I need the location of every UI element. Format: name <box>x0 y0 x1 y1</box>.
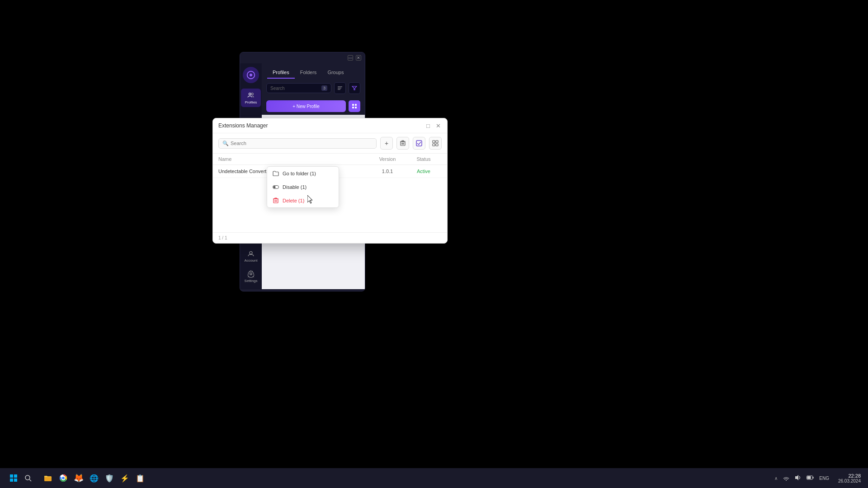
grid-icon <box>432 140 439 146</box>
tray-network-icon <box>781 474 791 483</box>
pagination-text: 1 / 1 <box>218 235 227 240</box>
svg-rect-33 <box>14 474 17 478</box>
col-status-header: Status <box>406 156 442 162</box>
svg-point-40 <box>62 477 65 479</box>
taskbar-explorer-icon[interactable] <box>42 472 54 484</box>
sort-button[interactable] <box>334 82 346 94</box>
svg-rect-22 <box>433 144 435 146</box>
ext-row-status: Active <box>406 169 442 174</box>
toggle-icon <box>273 184 279 190</box>
desktop-background <box>0 0 868 488</box>
tray-battery-icon <box>805 474 816 482</box>
tab-groups[interactable]: Groups <box>322 67 349 79</box>
svg-rect-19 <box>416 141 422 146</box>
svg-point-3 <box>250 252 252 254</box>
tray-expand-button[interactable]: ∧ <box>773 475 779 482</box>
close-button[interactable]: ✕ <box>356 55 361 61</box>
sidebar-settings-label: Settings <box>245 279 258 283</box>
ext-delete-button[interactable] <box>396 137 409 150</box>
taskbar-security-icon[interactable]: 🛡️ <box>103 472 116 484</box>
svg-rect-21 <box>436 141 438 143</box>
ext-win-controls: □ ✕ <box>425 122 442 129</box>
ext-table-header: Name Version Status <box>213 154 447 165</box>
app-logo <box>243 67 259 83</box>
tab-profiles[interactable]: Profiles <box>267 67 295 79</box>
svg-rect-35 <box>14 479 17 482</box>
svg-rect-45 <box>807 476 811 479</box>
ext-row-version: 1.0.1 <box>369 169 406 174</box>
taskbar-app3-icon[interactable]: 📋 <box>134 472 146 484</box>
sidebar-profiles-label: Profiles <box>245 100 257 104</box>
bg-title-bar: — ✕ <box>240 52 365 63</box>
bg-tabs-bar: Profiles Folders Groups <box>262 63 365 79</box>
clock-time: 22:28 <box>848 473 861 479</box>
ext-close-button[interactable]: ✕ <box>434 122 442 129</box>
ext-grid-button[interactable] <box>429 137 442 150</box>
svg-point-41 <box>786 480 787 481</box>
search-taskbar-button[interactable] <box>22 472 34 484</box>
svg-rect-18 <box>402 141 404 141</box>
ext-title-bar: Extensions Manager □ ✕ <box>213 118 447 133</box>
search-count: 3 <box>321 85 327 91</box>
taskbar-chrome-icon[interactable] <box>57 472 70 484</box>
taskbar-firefox-icon[interactable]: 🦊 <box>72 472 85 484</box>
folder-icon <box>273 170 279 177</box>
delete-icon <box>400 140 406 146</box>
ext-search-input[interactable] <box>231 141 373 146</box>
col-name-header: Name <box>218 156 369 162</box>
ctx-disable-label: Disable (1) <box>283 184 307 190</box>
svg-point-36 <box>25 475 30 480</box>
bg-search-box[interactable]: Search 3 <box>266 83 331 93</box>
ctx-go-to-folder[interactable]: Go to folder (1) <box>267 167 339 180</box>
svg-rect-32 <box>10 474 13 478</box>
tray-language[interactable]: ENG <box>817 475 831 482</box>
svg-rect-34 <box>10 479 13 482</box>
sidebar-item-account[interactable]: Account <box>241 247 261 265</box>
check-icon <box>416 140 422 146</box>
ext-search-box[interactable]: 🔍 <box>218 138 377 149</box>
svg-rect-8 <box>352 104 354 106</box>
svg-rect-20 <box>433 141 435 143</box>
svg-rect-11 <box>355 107 357 108</box>
svg-rect-9 <box>355 104 357 106</box>
filter-button[interactable] <box>349 82 360 94</box>
sidebar-item-profiles[interactable]: Profiles <box>241 89 261 107</box>
start-button[interactable] <box>7 472 20 484</box>
new-profile-label: + New Profile <box>292 104 320 109</box>
ext-check-button[interactable] <box>413 137 425 150</box>
taskbar-clock[interactable]: 22:28 26.03.2024 <box>835 473 864 483</box>
svg-line-37 <box>29 479 31 481</box>
taskbar-chromium-icon[interactable]: 🌐 <box>88 472 100 484</box>
ctx-delete[interactable]: Delete (1) <box>267 194 339 207</box>
clock-date: 26.03.2024 <box>838 479 861 483</box>
system-tray: ∧ ENG <box>769 474 835 483</box>
ext-window-title: Extensions Manager <box>218 122 268 129</box>
svg-rect-44 <box>813 477 814 479</box>
ext-toolbar: 🔍 + <box>213 133 447 154</box>
extra-action-button[interactable] <box>349 100 360 112</box>
sidebar-item-settings[interactable]: Settings <box>241 267 261 286</box>
svg-point-4 <box>250 273 252 275</box>
svg-point-1 <box>249 93 251 95</box>
taskbar-app2-icon[interactable]: ⚡ <box>118 472 131 484</box>
ctx-delete-label: Delete (1) <box>283 198 304 203</box>
trash-icon <box>273 197 279 204</box>
taskbar-app-icons: 🦊 🌐 🛡️ ⚡ 📋 <box>38 472 150 484</box>
add-icon: + <box>385 140 388 147</box>
sidebar-account-label: Account <box>245 258 258 263</box>
minimize-button[interactable]: — <box>348 55 353 61</box>
search-icon: 🔍 <box>222 141 229 146</box>
new-profile-button[interactable]: + New Profile <box>266 100 346 112</box>
tray-volume-icon <box>793 474 803 483</box>
bg-toolbar: Search 3 <box>262 79 365 98</box>
context-menu: Go to folder (1) Disable (1) Delete (1) <box>267 166 339 208</box>
col-version-header: Version <box>369 156 406 162</box>
ext-add-button[interactable]: + <box>380 137 393 150</box>
search-label: Search <box>270 86 285 91</box>
tab-folders[interactable]: Folders <box>295 67 322 79</box>
svg-point-25 <box>274 186 276 188</box>
ext-footer: 1 / 1 <box>213 232 447 243</box>
taskbar-start-area <box>4 472 38 484</box>
ctx-disable[interactable]: Disable (1) <box>267 180 339 194</box>
ext-maximize-button[interactable]: □ <box>425 122 432 129</box>
